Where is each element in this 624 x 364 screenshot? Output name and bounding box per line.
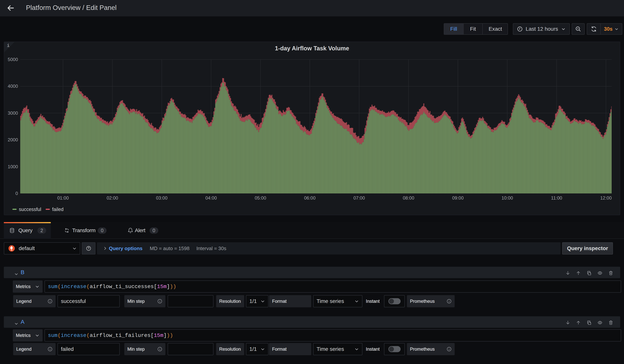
svg-text:01:00: 01:00 bbox=[57, 195, 69, 200]
svg-text:successful: successful bbox=[19, 207, 41, 212]
svg-text:11:00: 11:00 bbox=[551, 195, 562, 200]
svg-text:1000: 1000 bbox=[8, 164, 18, 169]
svg-text:5000: 5000 bbox=[8, 57, 18, 62]
svg-text:12:00: 12:00 bbox=[600, 195, 612, 200]
svg-text:08:00: 08:00 bbox=[403, 195, 414, 200]
svg-text:04:00: 04:00 bbox=[205, 195, 217, 200]
svg-text:07:00: 07:00 bbox=[353, 195, 365, 200]
svg-text:03:00: 03:00 bbox=[156, 195, 167, 200]
svg-text:10:00: 10:00 bbox=[501, 195, 513, 200]
svg-text:2000: 2000 bbox=[8, 137, 18, 142]
svg-text:06:00: 06:00 bbox=[304, 195, 315, 200]
svg-text:0: 0 bbox=[15, 191, 18, 196]
svg-text:failed: failed bbox=[52, 207, 64, 212]
svg-text:4000: 4000 bbox=[8, 84, 18, 89]
svg-text:09:00: 09:00 bbox=[452, 195, 464, 200]
svg-text:05:00: 05:00 bbox=[255, 195, 266, 200]
svg-text:3000: 3000 bbox=[8, 110, 18, 116]
svg-text:02:00: 02:00 bbox=[106, 195, 118, 200]
